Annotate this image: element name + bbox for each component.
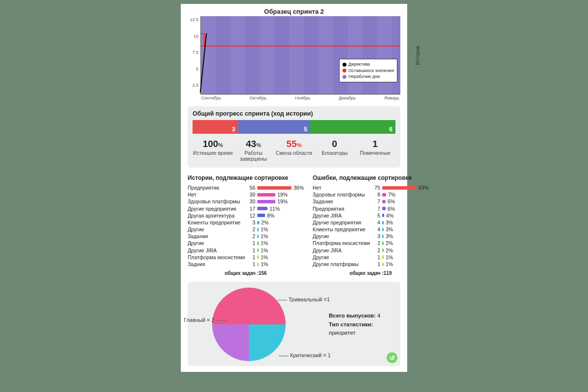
list-item: Нет3019% (188, 191, 304, 198)
list-item: Другие JIRA11% (188, 247, 304, 254)
help-fab-icon[interactable]: ↺ (387, 352, 397, 363)
progress-stat: 55%Смена области (274, 139, 315, 162)
bugs-total: общих задач :119 (313, 270, 429, 276)
y-tick: 5 (196, 67, 198, 72)
list-item: Клиенты предприятие43% (313, 226, 429, 233)
progress-stat: 1Помеченные (355, 139, 395, 162)
progress-segment: 6 (310, 120, 395, 134)
list-item: Предприятия76% (313, 205, 429, 212)
list-item: Здоровье платформы87% (313, 191, 429, 198)
list-item: Другие21% (188, 226, 304, 233)
legend-label: Нерабочие дни (348, 74, 380, 80)
list-item: Здоровье платформы3019% (188, 198, 304, 205)
bugs-title: Ошибки, подлежащие сортировке (313, 174, 429, 181)
legend-dot-icon (343, 63, 346, 67)
burndown-plot-area: Директива Оставшиеся значения Нерабочие … (200, 16, 400, 95)
stories-title: Истории, подлежащие сортировке (188, 174, 304, 181)
list-item: Платформа екосистеми22% (313, 240, 429, 246)
pie-callout-main: Главный = 2 (184, 317, 226, 323)
bugs-list: Ошибки, подлежащие сортировке Нет7563%Зд… (313, 174, 429, 276)
list-item: Платформа екосистеми11% (188, 254, 304, 261)
sortable-lists: Истории, подлежащие сортировке Предприят… (188, 174, 400, 276)
x-tick: Ноябрь (295, 96, 310, 100)
y-tick: 12.5 (190, 17, 198, 22)
pie-callout-trivial: Тривиальный =1 (277, 296, 330, 302)
stories-total: общих задач :156 (188, 270, 304, 276)
list-item: Нет7563% (313, 184, 429, 191)
remaining-line (201, 46, 400, 47)
list-item: Предприятие5636% (188, 184, 304, 191)
progress-stats: 100%Истекшее время43%Работы завершены55%… (193, 139, 395, 162)
legend-dot-icon (343, 75, 346, 79)
y-tick: 7.5 (192, 50, 198, 55)
x-tick: Октябрь (249, 96, 267, 100)
list-item: Другие11% (313, 254, 429, 261)
progress-stat: 100%Истекшее время (193, 139, 233, 162)
stories-list: Истории, подлежащие сортировке Предприят… (188, 174, 304, 276)
legend-dot-icon (343, 69, 346, 73)
x-tick: Декабрь (339, 96, 356, 100)
burndown-title: Образец спринта 2 (188, 8, 400, 15)
list-item: Другие предприятия1711% (188, 205, 304, 212)
burndown-legend: Директива Оставшиеся значения Нерабочие … (339, 59, 397, 82)
directive-line (200, 33, 207, 93)
list-item: Другие предприятия43% (313, 219, 429, 226)
list-item: Другие JIRA22% (313, 247, 429, 254)
sprint-progress-panel: Общий прогресс спринта (ход истории) 356… (188, 106, 400, 168)
y-tick: 2.5 (192, 83, 198, 88)
progress-stat: 43%Работы завершены (233, 139, 274, 162)
pie-graphic (212, 288, 286, 361)
burndown-y-label: История (415, 46, 420, 65)
list-item: Задания21% (188, 233, 304, 240)
pie-chart: Главный = 2 Тривиальный =1 Критический =… (212, 288, 286, 361)
list-item: Другие11% (188, 240, 304, 246)
legend-label: Оставшиеся значения (348, 68, 394, 74)
list-item: Другие JIRA54% (313, 212, 429, 219)
sprint-progress-title: Общий прогресс спринта (ход истории) (193, 110, 395, 117)
y-tick: 10 (194, 34, 198, 39)
burndown-chart: 12.5 10 7.5 5 2.5 Директива Оставшиеся з… (188, 16, 400, 95)
burndown-y-axis: 12.5 10 7.5 5 2.5 (188, 16, 200, 95)
list-item: Задания76% (313, 198, 429, 205)
burndown-x-axis: Сентябрь Октябрь Ноябрь Декабрь Январь (200, 95, 400, 100)
list-item: Другая архитектура128% (188, 212, 304, 219)
progress-bar: 356 (193, 120, 395, 134)
progress-stat: 0Блокаторы (314, 139, 355, 162)
list-item: Клиенты предприятие32% (188, 219, 304, 226)
legend-label: Директива (348, 61, 370, 68)
x-tick: Январь (384, 96, 399, 100)
progress-segment: 5 (238, 120, 310, 134)
pie-callout-critical: Критический = 1 (279, 352, 331, 358)
x-tick: Сентябрь (201, 96, 221, 100)
pie-info: Всего выпусков: 4 Тип статистики: приори… (329, 312, 395, 337)
list-item: Другие33% (313, 233, 429, 240)
list-item: Задния11% (188, 261, 304, 268)
dashboard-card: Образец спринта 2 12.5 10 7.5 5 2.5 Дире… (181, 4, 407, 372)
list-item: Другие платформы11% (313, 261, 429, 268)
pie-panel: Главный = 2 Тривиальный =1 Критический =… (188, 282, 400, 366)
progress-segment: 3 (193, 120, 238, 134)
